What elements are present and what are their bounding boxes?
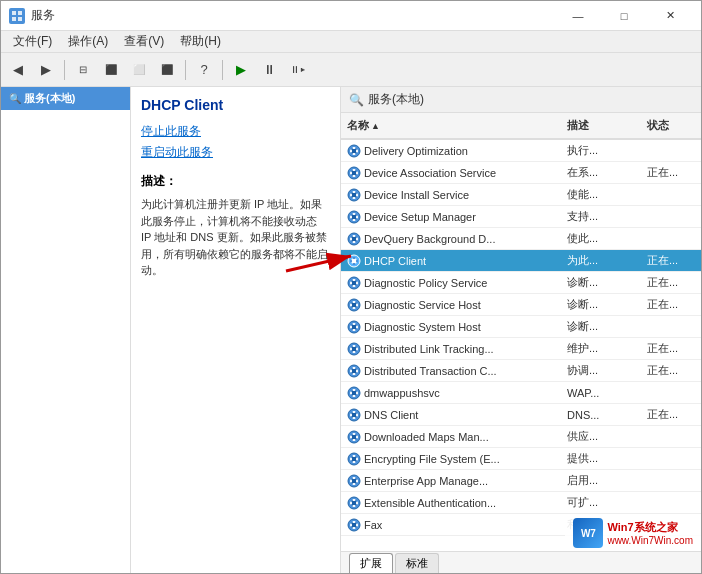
svg-rect-12 <box>353 169 356 171</box>
cell-desc: 在系... <box>561 163 641 182</box>
svg-rect-68 <box>350 369 352 372</box>
svg-rect-54 <box>353 323 356 325</box>
table-row[interactable]: DevQuery Background D... 使此... 手动(触发... <box>341 228 701 250</box>
toolbar-btn-1[interactable]: ⊟ <box>70 57 96 83</box>
svg-rect-39 <box>356 259 358 262</box>
cell-desc: WAP... <box>561 385 641 401</box>
toolbar-btn-4[interactable]: ⬛ <box>154 57 180 83</box>
svg-rect-19 <box>353 197 356 199</box>
toolbar-btn-2[interactable]: ⬛ <box>98 57 124 83</box>
table-row[interactable]: Device Install Service 使能... 手动(触发... <box>341 184 701 206</box>
svg-rect-104 <box>350 501 352 504</box>
svg-rect-26 <box>350 215 352 218</box>
table-row[interactable]: Enterprise App Manage... 启用... 手动 <box>341 470 701 492</box>
cell-desc: 启用... <box>561 471 641 490</box>
toolbar-btn-3[interactable]: ⬜ <box>126 57 152 83</box>
menu-file[interactable]: 文件(F) <box>5 31 60 52</box>
table-row[interactable]: Diagnostic Service Host 诊断... 正在... 手动 <box>341 294 701 316</box>
cell-name: dmwappushsvc <box>341 384 561 402</box>
window-title: 服务 <box>31 7 55 24</box>
stop-service-link[interactable]: 停止此服务 <box>141 123 330 140</box>
cell-name: Device Setup Manager <box>341 208 561 226</box>
table-row[interactable]: dmwappushsvc WAP... 手动(触发... <box>341 382 701 404</box>
minimize-button[interactable]: — <box>555 1 601 31</box>
svg-rect-109 <box>353 527 356 529</box>
svg-rect-0 <box>12 11 16 15</box>
table-row[interactable]: Extensible Authentication... 可扩... 手动 <box>341 492 701 514</box>
svg-rect-86 <box>350 435 352 438</box>
stop-button[interactable]: ⏸▶ <box>284 57 310 83</box>
services-table[interactable]: 名称 ▲ 描述 状态 启动类型 <box>341 113 701 551</box>
service-icon <box>347 342 361 356</box>
service-icon <box>347 210 361 224</box>
cell-status <box>641 193 701 197</box>
cell-name: Delivery Optimization <box>341 142 561 160</box>
svg-rect-98 <box>350 479 352 482</box>
restart-service-link[interactable]: 重启动此服务 <box>141 144 330 161</box>
service-icon <box>347 166 361 180</box>
cell-desc: 使此... <box>561 229 641 248</box>
cell-name: Device Install Service <box>341 186 561 204</box>
cell-status <box>641 457 701 461</box>
cell-name: Enterprise App Manage... <box>341 472 561 490</box>
path-text: 服务(本地) <box>368 91 424 108</box>
svg-rect-55 <box>353 329 356 331</box>
col-header-name[interactable]: 名称 ▲ <box>341 116 561 135</box>
cell-desc: 支持... <box>561 207 641 226</box>
svg-rect-80 <box>350 413 352 416</box>
maximize-button[interactable]: □ <box>601 1 647 31</box>
table-row[interactable]: Downloaded Maps Man... 供应... 自动(延迟... <box>341 426 701 448</box>
tab-expand[interactable]: 扩展 <box>349 553 393 573</box>
svg-rect-32 <box>350 237 352 240</box>
cell-name: DNS Client <box>341 406 561 424</box>
table-row[interactable]: Diagnostic Policy Service 诊断... 正在... 手动 <box>341 272 701 294</box>
play-button[interactable]: ▶ <box>228 57 254 83</box>
service-icon <box>347 254 361 268</box>
cell-desc: 供应... <box>561 427 641 446</box>
back-button[interactable]: ◀ <box>5 57 31 83</box>
table-row[interactable]: DHCP Client 为此... 正在... 自动 <box>341 250 701 272</box>
svg-rect-7 <box>353 153 356 155</box>
cell-desc: 使能... <box>561 185 641 204</box>
watermark: W7 Win7系统之家 www.Win7Win.com <box>565 515 701 551</box>
service-icon <box>347 386 361 400</box>
table-row[interactable]: Distributed Link Tracking... 维护... 正在...… <box>341 338 701 360</box>
table-row[interactable]: Delivery Optimization 执行... 自动(延迟... <box>341 140 701 162</box>
cell-status <box>641 149 701 153</box>
cell-name: Diagnostic Policy Service <box>341 274 561 292</box>
cell-name: Extensible Authentication... <box>341 494 561 512</box>
table-row[interactable]: Encrypting File System (E... 提供... 手动(触发… <box>341 448 701 470</box>
cell-name: Diagnostic System Host <box>341 318 561 336</box>
close-button[interactable]: ✕ <box>647 1 693 31</box>
cell-status: 正在... <box>641 361 701 380</box>
svg-rect-9 <box>356 149 358 152</box>
cell-desc: 提供... <box>561 449 641 468</box>
table-row[interactable]: DNS Client DNS... 正在... 自动(延迟... <box>341 404 701 426</box>
col-header-status[interactable]: 状态 <box>641 116 701 135</box>
svg-rect-48 <box>353 301 356 303</box>
pause-button[interactable]: ⏸ <box>256 57 282 83</box>
menu-help[interactable]: 帮助(H) <box>172 31 229 52</box>
table-row[interactable]: Diagnostic System Host 诊断... 手动 <box>341 316 701 338</box>
tab-standard[interactable]: 标准 <box>395 553 439 573</box>
menu-action[interactable]: 操作(A) <box>60 31 116 52</box>
table-row[interactable]: Device Association Service 在系... 正在... 手… <box>341 162 701 184</box>
forward-button[interactable]: ▶ <box>33 57 59 83</box>
table-row[interactable]: Distributed Transaction C... 协调... 正在...… <box>341 360 701 382</box>
cell-desc: DNS... <box>561 407 641 423</box>
svg-rect-61 <box>353 351 356 353</box>
desc-text: 为此计算机注册并更新 IP 地址。如果此服务停止，计算机将不能接收动态 IP 地… <box>141 196 330 279</box>
path-bar: 🔍 服务(本地) <box>341 87 701 113</box>
service-icon <box>347 430 361 444</box>
col-header-desc[interactable]: 描述 <box>561 116 641 135</box>
cell-name: Fax <box>341 516 561 534</box>
svg-rect-79 <box>353 417 356 419</box>
cell-name: DHCP Client <box>341 252 561 270</box>
table-row[interactable]: Device Setup Manager 支持... 手动(触发... <box>341 206 701 228</box>
service-icon <box>347 276 361 290</box>
menu-view[interactable]: 查看(V) <box>116 31 172 52</box>
cell-status <box>641 215 701 219</box>
left-panel-header: 🔍 服务(本地) <box>1 87 130 110</box>
toolbar-help[interactable]: ? <box>191 57 217 83</box>
svg-rect-108 <box>353 521 356 523</box>
